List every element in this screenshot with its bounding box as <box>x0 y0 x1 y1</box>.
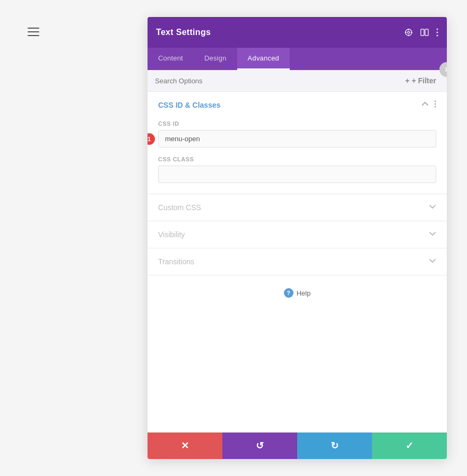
css-id-field: CSS ID 1 <box>158 120 436 148</box>
columns-icon[interactable] <box>420 28 429 37</box>
panel-tabs: Content Design Advanced <box>148 48 447 70</box>
section-icons <box>421 100 436 110</box>
more-options-icon[interactable] <box>436 28 438 37</box>
reset-icon: ↺ <box>256 440 264 452</box>
svg-point-11 <box>435 101 436 102</box>
css-id-label: CSS ID <box>158 120 436 127</box>
svg-point-12 <box>435 103 436 105</box>
css-id-badge: 1 <box>148 133 155 145</box>
hamburger-menu[interactable] <box>28 28 39 36</box>
cancel-icon: ✕ <box>181 440 189 452</box>
transitions-section[interactable]: Transitions <box>148 248 447 275</box>
css-class-input[interactable] <box>158 166 436 183</box>
tab-advanced[interactable]: Advanced <box>237 48 290 70</box>
custom-css-section[interactable]: Custom CSS <box>148 194 447 221</box>
help-section[interactable]: ? Help <box>148 275 447 310</box>
filter-label: + Filter <box>412 76 436 85</box>
css-id-input[interactable] <box>158 130 436 148</box>
save-button[interactable]: ✓ <box>372 432 447 459</box>
cancel-button[interactable]: ✕ <box>148 432 222 459</box>
css-id-input-wrap: 1 <box>158 130 436 148</box>
search-input[interactable] <box>155 77 402 85</box>
filter-plus-icon: + <box>405 76 410 85</box>
svg-point-9 <box>437 32 438 33</box>
settings-panel: ✕ Text Settings <box>148 17 447 459</box>
help-icon: ? <box>284 288 293 298</box>
panel-footer: ✕ ↺ ↻ ✓ <box>148 432 447 459</box>
css-class-field: CSS Class <box>158 156 436 183</box>
svg-rect-6 <box>421 29 424 36</box>
hamburger-line-1 <box>28 28 39 29</box>
svg-rect-7 <box>425 29 428 36</box>
panel-title: Text Settings <box>156 28 211 37</box>
save-icon: ✓ <box>405 440 413 452</box>
svg-point-10 <box>437 35 438 37</box>
svg-point-1 <box>408 31 410 33</box>
page-wrapper: ✕ Text Settings <box>0 0 467 476</box>
panel-content: CSS ID & Classes <box>148 92 447 432</box>
visibility-section[interactable]: Visibility <box>148 221 447 248</box>
target-icon[interactable] <box>404 28 413 37</box>
transitions-chevron <box>429 257 436 266</box>
visibility-chevron <box>429 230 436 239</box>
hamburger-line-2 <box>28 31 39 32</box>
help-label: Help <box>297 289 311 297</box>
svg-point-8 <box>437 29 438 30</box>
section-more-icon[interactable] <box>434 100 436 110</box>
custom-css-chevron <box>429 203 436 212</box>
transitions-title: Transitions <box>158 257 194 266</box>
panel-header-icons <box>404 28 438 37</box>
css-id-classes-section: CSS ID & Classes <box>148 92 447 194</box>
tab-content[interactable]: Content <box>148 48 194 70</box>
svg-point-13 <box>435 106 436 108</box>
css-id-classes-body: CSS ID 1 CSS Class <box>148 120 447 194</box>
css-id-classes-header[interactable]: CSS ID & Classes <box>148 92 447 118</box>
hamburger-line-3 <box>28 35 39 36</box>
filter-button[interactable]: + + Filter <box>402 75 439 86</box>
css-id-classes-title: CSS ID & Classes <box>158 101 221 109</box>
search-bar: + + Filter <box>148 70 447 92</box>
tab-design[interactable]: Design <box>194 48 237 70</box>
redo-icon: ↻ <box>331 440 339 452</box>
css-class-label: CSS Class <box>158 156 436 162</box>
reset-button[interactable]: ↺ <box>222 432 297 459</box>
redo-button[interactable]: ↻ <box>297 432 372 459</box>
collapse-icon[interactable] <box>421 100 429 110</box>
visibility-title: Visibility <box>158 230 185 239</box>
panel-header: Text Settings <box>148 17 447 48</box>
search-input-wrap <box>155 76 402 85</box>
custom-css-title: Custom CSS <box>158 203 201 212</box>
